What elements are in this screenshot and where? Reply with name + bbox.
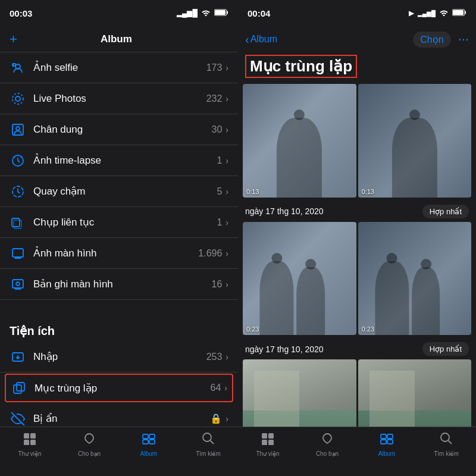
hidden-label: Bị ẩn xyxy=(33,412,210,425)
svg-rect-14 xyxy=(12,280,23,288)
right-status-icons: ▶ ▂▄▆█ xyxy=(409,9,466,18)
photo-group-2: ngày 17 thg 10, 2020 Hợp nhất 1,7 MB 1,7… xyxy=(243,337,471,427)
search-tab-icon-right xyxy=(440,432,453,449)
thumb-duration-1b: 0:23 xyxy=(362,325,374,333)
photo-thumb-1a[interactable]: 0:23 xyxy=(243,222,356,336)
tab-library-right[interactable]: Thư viện xyxy=(238,432,298,457)
slowmo-label: Quay chậm xyxy=(33,185,217,198)
svg-line-42 xyxy=(449,441,452,444)
tab-library[interactable]: Thư viện xyxy=(0,432,60,457)
right-battery-icon xyxy=(452,9,466,18)
location-icon: ▶ xyxy=(409,9,414,17)
svg-rect-27 xyxy=(149,440,155,444)
list-item-burst[interactable]: Chụp liên tục 1 › xyxy=(0,207,238,238)
svg-rect-13 xyxy=(12,249,23,257)
timelapse-count: 1 xyxy=(217,155,222,166)
list-item-screenrecord[interactable]: Bản ghi màn hình 16 › xyxy=(0,269,238,300)
tab-foryou[interactable]: Cho bạn xyxy=(60,432,119,457)
right-signal-icon: ▂▄▆█ xyxy=(418,10,436,17)
list-item-screenshot[interactable]: Ảnh màn hình 1.696 › xyxy=(0,238,238,269)
tab-foryou-right[interactable]: Cho bạn xyxy=(298,432,357,457)
left-scroll-area[interactable]: Ảnh selfie 173 › Live Photos 232 › xyxy=(0,52,238,427)
list-item-duplicate[interactable]: Mục trùng lặp 64 › xyxy=(5,374,233,402)
more-button[interactable]: ··· xyxy=(458,32,469,47)
screenrecord-chevron: › xyxy=(226,280,228,289)
timelapse-icon xyxy=(10,152,26,169)
live-chevron: › xyxy=(226,94,228,104)
utilities-divider xyxy=(0,300,238,319)
live-icon xyxy=(10,90,26,107)
list-item-timelapse[interactable]: Ảnh time-lapse 1 › xyxy=(0,145,238,176)
list-item-portrait[interactable]: Chân dung 30 › xyxy=(0,114,238,145)
right-time: 00:04 xyxy=(248,8,270,18)
right-status-bar: 00:04 ▶ ▂▄▆█ xyxy=(238,0,476,26)
list-item-live[interactable]: Live Photos 232 › xyxy=(0,83,238,114)
photo-thumb-2b[interactable]: 1,7 MB xyxy=(358,359,472,427)
hidden-chevron: › xyxy=(226,414,228,424)
svg-point-41 xyxy=(441,433,449,441)
screenshot-chevron: › xyxy=(226,249,228,258)
left-status-bar: 00:03 ▂▄▆█ xyxy=(0,0,238,26)
selfie-chevron: › xyxy=(226,63,228,73)
portrait-count: 30 xyxy=(212,124,223,135)
timelapse-label: Ảnh time-lapse xyxy=(33,154,217,167)
date-row-2: ngày 17 thg 10, 2020 Hợp nhất xyxy=(243,337,471,359)
screenrecord-icon xyxy=(10,276,26,293)
chon-button[interactable]: Chọn xyxy=(413,32,450,48)
date-label-2: ngày 17 thg 10, 2020 xyxy=(245,345,324,354)
back-button[interactable]: ‹ Album xyxy=(245,33,277,46)
list-item-import[interactable]: Nhập 253 › xyxy=(0,342,238,372)
photo-thumb-preview1[interactable]: 0:13 xyxy=(243,84,356,198)
add-album-button[interactable]: + xyxy=(10,33,17,46)
svg-rect-36 xyxy=(268,440,274,445)
right-scroll-area[interactable]: 0:13 0:13 ngày 17 thg 10, 2020 Hợp nhất … xyxy=(238,84,476,427)
svg-rect-21 xyxy=(30,433,36,439)
svg-rect-32 xyxy=(453,10,464,15)
photo-thumb-2a[interactable]: 1,7 MB xyxy=(243,359,356,427)
preview-grid: 0:13 0:13 xyxy=(243,84,471,198)
album-tab-icon xyxy=(142,432,156,449)
screenrecord-count: 16 xyxy=(212,279,223,290)
signal-icon: ▂▄▆█ xyxy=(177,9,198,17)
burst-icon xyxy=(10,214,26,231)
left-header-title: Album xyxy=(101,33,132,45)
search-tab-label-right: Tìm kiếm xyxy=(434,450,459,457)
import-chevron: › xyxy=(226,352,228,362)
import-count: 253 xyxy=(206,352,223,362)
right-wifi-icon xyxy=(439,9,449,18)
live-label: Live Photos xyxy=(33,93,206,105)
library-tab-icon xyxy=(23,432,37,449)
merge-button-1[interactable]: Hợp nhất xyxy=(422,205,469,218)
svg-rect-26 xyxy=(143,440,148,444)
foryou-tab-label: Cho bạn xyxy=(78,450,101,457)
tab-album-right[interactable]: Album xyxy=(357,432,416,457)
library-tab-icon-right xyxy=(261,432,275,449)
hidden-lock-icon: 🔒 xyxy=(210,413,222,424)
duplicate-chevron: › xyxy=(224,383,227,393)
svg-point-15 xyxy=(16,282,20,286)
right-header: ‹ Album Chọn ··· xyxy=(238,26,476,52)
list-item-slowmo[interactable]: Quay chậm 5 › xyxy=(0,176,238,207)
photo-group-1: ngày 17 thg 10, 2020 Hợp nhất 0:23 0:23 xyxy=(243,200,471,336)
photo-thumb-1b[interactable]: 0:23 xyxy=(358,222,472,336)
screenshot-label: Ảnh màn hình xyxy=(33,247,198,259)
photo-grid-1: 0:23 0:23 xyxy=(243,222,471,336)
list-item-hidden[interactable]: Bị ẩn 🔒 › xyxy=(0,403,238,427)
foryou-tab-icon-right xyxy=(320,432,334,449)
timelapse-chevron: › xyxy=(226,156,228,165)
tab-search-right[interactable]: Tìm kiếm xyxy=(416,432,476,457)
svg-line-29 xyxy=(211,441,214,444)
photo-thumb-preview2[interactable]: 0:13 xyxy=(358,84,472,198)
merge-button-2[interactable]: Hợp nhất xyxy=(422,342,469,356)
svg-rect-17 xyxy=(14,385,21,393)
battery-icon xyxy=(214,9,228,18)
page-title: Mục trùng lặp xyxy=(245,55,357,78)
tab-album-left[interactable]: Album xyxy=(119,432,178,457)
back-label: Album xyxy=(250,34,277,45)
thumb-duration-p0a: 0:13 xyxy=(246,188,259,195)
library-tab-label: Thư viện xyxy=(18,450,41,457)
svg-rect-24 xyxy=(143,434,148,439)
date-label-1: ngày 17 thg 10, 2020 xyxy=(245,206,324,216)
list-item-selfie[interactable]: Ảnh selfie 173 › xyxy=(0,52,238,83)
tab-search-left[interactable]: Tìm kiếm xyxy=(178,432,238,457)
